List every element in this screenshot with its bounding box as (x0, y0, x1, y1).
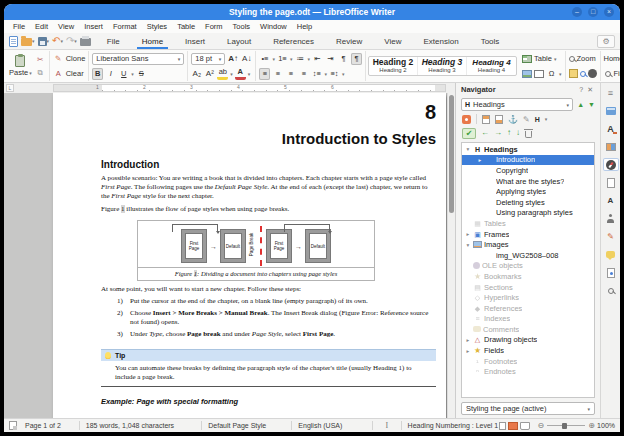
section-heading[interactable]: Introduction (101, 159, 436, 170)
paragraph[interactable]: Figure 1 illustrates the flow of page st… (101, 205, 436, 214)
save-icon[interactable]: ▾ (38, 35, 50, 47)
paragraph[interactable]: A possible scenario: You are writing a b… (101, 174, 436, 201)
italic-button[interactable]: I (105, 68, 116, 80)
zoom-100-icon[interactable] (580, 71, 586, 77)
promote-level-icon[interactable]: ← (481, 129, 489, 137)
font-color-dropdown-icon[interactable]: ▾ (248, 71, 251, 77)
expander-icon[interactable] (465, 231, 471, 237)
sidebar-tab-style-inspector[interactable]: A (603, 194, 619, 207)
tree-item[interactable]: Indexes (462, 314, 594, 325)
ribbon-tab[interactable]: File (96, 33, 131, 49)
figure-caption[interactable]: Figure 1: Dividing a document into chapt… (138, 267, 374, 280)
font-size-combo[interactable]: 18 pt▾ (191, 53, 225, 65)
highlight-dropdown-icon[interactable]: ▾ (230, 71, 233, 77)
open-file-icon[interactable]: ▾ (21, 35, 35, 47)
home-context-button[interactable]: Home (604, 54, 621, 63)
underline-button[interactable]: U (118, 68, 129, 80)
multi-page-view-icon[interactable] (508, 422, 518, 430)
menu-item[interactable]: Tools (228, 22, 256, 31)
menu-item[interactable]: File (8, 22, 30, 31)
sidebar-tab-page[interactable] (603, 176, 619, 189)
shrink-font-icon[interactable]: A↓ (241, 53, 252, 65)
strikethrough-button[interactable]: S (136, 68, 147, 80)
close-button[interactable]: × (604, 7, 614, 17)
zoom-slider-thumb[interactable] (562, 423, 567, 429)
expander-icon[interactable] (465, 242, 471, 248)
navigate-by-combo[interactable]: H Headings ▾ (461, 98, 573, 111)
previous-element-icon[interactable]: ▲ (577, 101, 584, 109)
sidebar-tab-document-info[interactable] (603, 266, 619, 279)
figure[interactable]: First Page → Default Page Break First Pa… (137, 220, 375, 281)
tree-item[interactable]: Drawing objects (462, 335, 594, 346)
document-title[interactable]: Introduction to Styles (101, 130, 436, 147)
paragraph-dialog-icon[interactable]: ¶ (338, 53, 349, 65)
copy-icon[interactable]: ⧉ (35, 67, 46, 79)
underline-dropdown-icon[interactable]: ▾ (131, 71, 134, 77)
tree-item[interactable]: Bookmarks (462, 271, 594, 282)
tree-item[interactable]: Sections (462, 282, 594, 293)
insert-mode-icon[interactable]: I (379, 421, 394, 430)
zoom-slider[interactable] (547, 425, 585, 426)
page-style-status[interactable]: Default Page Style (208, 422, 285, 429)
document-switcher-combo[interactable]: Styling the page (active) ▾ (461, 402, 595, 415)
tip-callout[interactable]: Tip You can automate these breaks by def… (101, 349, 436, 387)
line-spacing-icon[interactable]: ↕≡ (311, 68, 322, 80)
sidebar-tab-accessibility[interactable] (603, 212, 619, 225)
step-item[interactable]: 3) Under Type, choose Page break and und… (117, 330, 436, 339)
titlebar[interactable]: Styling the page.odt — LibreOffice Write… (4, 4, 620, 20)
paste-button[interactable]: Paste▾ (9, 68, 32, 77)
word-count-status[interactable]: 185 words, 1,048 characters (86, 422, 195, 429)
scrollbar-thumb[interactable] (449, 95, 454, 213)
move-down-icon[interactable]: ↓ (516, 129, 520, 137)
increase-indent-icon[interactable]: ⇥ (325, 53, 336, 65)
expander-icon[interactable] (477, 157, 483, 163)
justify-icon[interactable]: ≡ (298, 68, 309, 80)
print-icon[interactable] (80, 35, 91, 47)
style-gallery-item[interactable]: Heading 4 Heading 4 (467, 57, 516, 75)
clone-formatting-button[interactable]: Clone (66, 54, 86, 63)
expander-icon[interactable] (465, 348, 471, 354)
footer-icon[interactable] (495, 115, 503, 124)
notebookbar-menu-button[interactable]: ⚙ (597, 35, 615, 48)
cut-icon[interactable]: ✂ (35, 53, 46, 65)
sidebar-tab-comments[interactable] (603, 248, 619, 261)
special-character-icon[interactable]: Ω (546, 68, 557, 80)
sidebar-tab-gallery[interactable] (603, 140, 619, 153)
insert-image-icon[interactable] (522, 70, 532, 78)
sidebar-tab-properties[interactable] (603, 104, 619, 117)
menu-item[interactable]: Styles (142, 22, 172, 31)
decrease-indent-icon[interactable]: ⇤ (312, 53, 323, 65)
sidebar-tab-find[interactable] (603, 284, 619, 297)
tree-item[interactable]: What are the styles? (462, 176, 594, 187)
heading-numbering-status[interactable]: Heading Numbering : Level 1 (408, 422, 499, 429)
superscript-icon[interactable]: A² (204, 68, 215, 80)
zoom-page-icon[interactable] (569, 69, 578, 78)
menu-item[interactable]: Help (292, 22, 317, 31)
tree-item[interactable]: Tables (462, 218, 594, 229)
align-left-icon[interactable]: ≡ (259, 68, 270, 80)
step-item[interactable]: 2) Choose Insert > More Breaks > Manual … (117, 309, 436, 327)
align-right-icon[interactable]: ≡ (285, 68, 296, 80)
menu-item[interactable]: Window (255, 22, 292, 31)
sidebar-tab-styles[interactable]: A (603, 122, 619, 135)
zoom-level-status[interactable]: 100% (595, 422, 615, 429)
tree-item[interactable]: Comments (462, 324, 594, 335)
find-button[interactable]: Find (613, 69, 620, 78)
formatting-marks-icon[interactable]: ¶ (351, 53, 362, 65)
bold-button[interactable]: B (92, 68, 103, 80)
paste-icon[interactable] (15, 55, 25, 67)
tree-item[interactable]: Using paragraph styles (462, 208, 594, 219)
reminder-icon[interactable]: ✎ (523, 114, 530, 125)
grow-font-icon[interactable]: A↑ (227, 53, 239, 65)
tab-stop-selector[interactable]: L (6, 84, 14, 92)
tree-item[interactable]: Introduction (462, 155, 594, 166)
navigation-toggle-icon[interactable] (462, 115, 471, 124)
ribbon-tab[interactable]: Insert (174, 33, 216, 49)
header-icon[interactable] (482, 115, 490, 124)
example-heading[interactable]: Example: Page with special formatting (101, 397, 436, 406)
ribbon-tab[interactable]: Layout (216, 33, 262, 49)
align-center-icon[interactable]: ≡ (272, 68, 283, 80)
tree-item[interactable]: Footnotes (462, 356, 594, 367)
font-name-combo[interactable]: Liberation Sans▾ (92, 53, 184, 65)
document-page[interactable]: 8 Introduction to Styles Introduction A … (53, 93, 446, 418)
